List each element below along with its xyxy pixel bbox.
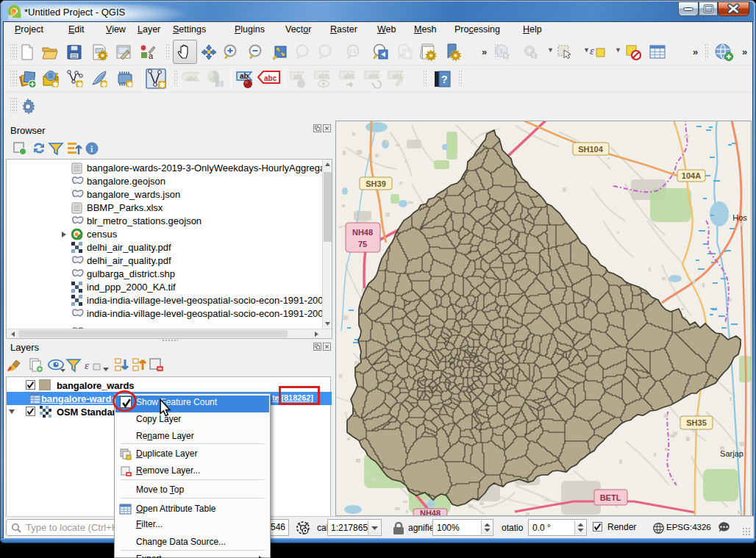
svg-text:abc: abc (186, 75, 198, 82)
svg-text:104A: 104A (682, 171, 701, 180)
svg-text:a: a (149, 51, 154, 60)
svg-text:ε: ε (590, 45, 594, 57)
svg-text:i: i (500, 46, 502, 55)
svg-text:✱: ✱ (101, 81, 107, 88)
svg-text:abc: abc (392, 72, 404, 79)
svg-text:✱: ✱ (53, 81, 59, 88)
svg-text:NH48: NH48 (352, 228, 373, 237)
svg-text:abc: abc (264, 74, 277, 82)
svg-text:SH104: SH104 (578, 145, 604, 154)
svg-text:ab: ab (240, 72, 249, 80)
svg-text:?: ? (441, 74, 448, 85)
svg-text:abc: abc (318, 72, 330, 79)
svg-text:✱: ✱ (127, 81, 133, 88)
svg-text:✱: ✱ (77, 81, 83, 88)
svg-text:Sarjap: Sarjap (720, 449, 743, 458)
svg-text:abc: abc (368, 72, 380, 79)
svg-text:abc: abc (343, 72, 355, 79)
svg-text:Hos: Hos (732, 213, 747, 222)
svg-text:BETL: BETL (600, 493, 621, 502)
svg-text:SH39: SH39 (365, 179, 386, 188)
svg-text:SH35: SH35 (686, 418, 707, 427)
svg-text:NH48: NH48 (420, 509, 441, 515)
svg-text:1:1: 1:1 (349, 49, 357, 54)
svg-text:75: 75 (358, 240, 367, 248)
svg-text:ε: ε (85, 360, 89, 371)
svg-text:✱: ✱ (160, 81, 166, 89)
